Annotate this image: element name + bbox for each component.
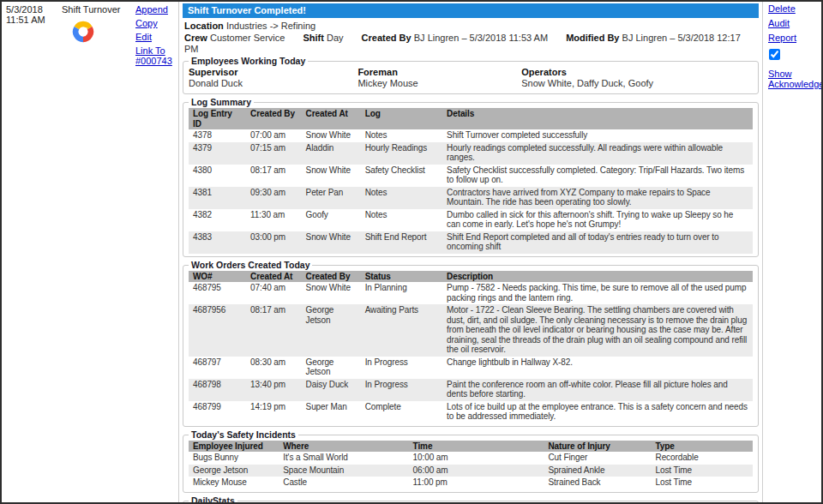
safety-incidents-section: Today's Safety Incidents Employee Injure… (183, 430, 759, 493)
work-orders-table: WO#Created AtCreated ByStatusDescription… (189, 271, 753, 423)
table-row: Bugs BunnyIt's a Small World10:00 amCut … (189, 452, 753, 465)
table-cell: Notes (361, 129, 442, 142)
table-cell: 07:40 am (246, 282, 301, 304)
column-header: Created At (302, 108, 361, 129)
log-summary-section: Log Summary Log Entry IDCreated ByCreate… (183, 98, 759, 257)
operators-value: Snow White, Daffy Duck, Goofy (521, 78, 753, 89)
shift-pair: Shift Day (303, 33, 345, 43)
table-cell: Super Man (302, 401, 361, 423)
column-header: Status (361, 271, 442, 283)
table-cell: Lost Time (652, 477, 753, 489)
entry-detail-panel: Shift Turnover Completed! Location Indus… (178, 2, 763, 502)
crew-label: Crew (184, 33, 207, 43)
table-cell: Snow White (302, 129, 361, 142)
table-cell: Lots of ice build up at the employee ent… (442, 401, 753, 423)
table-cell: 468799 (189, 401, 246, 423)
employees-row: Supervisor Donald Duck Foreman Mickey Mo… (189, 66, 753, 91)
table-cell: Motor - 1722 - Clean Sleeve Bearing. The… (442, 304, 753, 357)
safety-incidents-title: Today's Safety Incidents (189, 430, 298, 440)
edit-link[interactable]: Edit (135, 32, 177, 42)
log-entry-page: 5/3/2018 11:51 AM Shift Turnover Append … (0, 0, 823, 504)
table-row: 46879813:40 pmDaisy DuckIn ProgressPaint… (189, 379, 753, 401)
acknowledge-checkbox[interactable] (769, 49, 780, 60)
table-cell: Dumbo called in sick for this afternoon'… (442, 209, 753, 231)
column-header: Log (361, 108, 442, 129)
table-row: 437907:15 amAladdinHourly ReadingsHourly… (189, 142, 753, 165)
table-row: George JetsonSpace Mountain06:00 amSprai… (189, 465, 753, 477)
column-header: Created At (246, 271, 301, 283)
daily-stats-title: DailyStats (189, 496, 237, 503)
table-row: 46879708:30 amGeorge JetsonIn ProgressCh… (189, 357, 753, 379)
table-cell: George Jetson (189, 465, 279, 477)
location-line: Location Industries -> Refining (184, 21, 759, 32)
report-link[interactable]: Report (768, 33, 820, 43)
link-to-link[interactable]: Link To #000743 (135, 45, 177, 66)
table-cell: Hourly Readings (361, 142, 442, 165)
table-cell: 08:17 am (246, 165, 301, 187)
modified-by-label: Modified By (566, 33, 619, 43)
table-row: 438109:30 amPeter PanNotesContractors ha… (189, 187, 753, 209)
entry-date-column: 5/3/2018 11:51 AM (2, 2, 58, 502)
table-cell: Safety Checklist (361, 165, 442, 187)
show-acknowledgers-link[interactable]: Show Acknowledgers (768, 69, 820, 89)
column-header: Nature of Injury (544, 441, 652, 453)
shift-turnover-icon (70, 19, 96, 45)
table-cell: 09:30 am (246, 187, 301, 209)
table-header-row: Log Entry IDCreated ByCreated AtLogDetai… (189, 108, 753, 129)
supervisor-value: Donald Duck (189, 78, 357, 89)
column-header: Details (442, 108, 753, 129)
table-row: 46879914:19 pmSuper ManCompleteLots of i… (189, 401, 753, 423)
table-cell: Snow White (302, 165, 361, 187)
table-cell: It's a Small World (279, 452, 408, 465)
column-header: Log Entry ID (189, 108, 246, 129)
table-cell: Hourly readings completed successfully. … (442, 142, 753, 165)
append-link[interactable]: Append (135, 4, 177, 15)
table-cell: Mickey Mouse (189, 477, 279, 489)
table-cell: Shift Turnover completed successfully (442, 129, 753, 142)
delete-link[interactable]: Delete (768, 3, 820, 14)
column-header: Where (279, 441, 408, 453)
foreman-block: Foreman Mickey Mouse (357, 67, 521, 89)
table-cell: Notes (361, 209, 442, 231)
table-cell: Goofy (302, 209, 361, 231)
table-cell: Cut Finger (544, 452, 652, 465)
table-cell: Shift End Report completed and all of to… (442, 231, 753, 254)
table-cell: 11:30 am (246, 209, 301, 231)
table-row: 438303:00 pmSnow WhiteShift End ReportSh… (189, 231, 753, 254)
audit-link[interactable]: Audit (768, 18, 820, 28)
table-row: 468795608:17 amGeorge JetsonAwaiting Par… (189, 304, 753, 357)
table-cell: 4383 (189, 231, 246, 254)
table-header-row: WO#Created AtCreated ByStatusDescription (189, 271, 753, 283)
table-cell: 08:17 am (246, 304, 301, 357)
table-cell: Lost Time (652, 465, 753, 477)
table-cell: 03:00 pm (246, 231, 301, 254)
log-summary-table: Log Entry IDCreated ByCreated AtLogDetai… (189, 108, 753, 254)
table-cell: Snow White (302, 231, 361, 254)
meta-line: Crew Customer Service Shift Day Created … (184, 33, 759, 55)
table-row: Mickey MouseCastle11:00 pmStrained BackL… (189, 477, 753, 489)
column-header: Created By (302, 271, 361, 283)
table-cell: 4687956 (189, 304, 246, 357)
table-cell: Complete (361, 401, 442, 423)
table-cell: George Jetson (302, 304, 361, 357)
location-value: Industries -> Refining (226, 21, 315, 31)
table-cell: Daisy Duck (302, 379, 361, 401)
table-row: 438211:30 amGoofyNotesDumbo called in si… (189, 209, 753, 231)
table-cell: Snow White (302, 282, 361, 304)
table-cell: Peter Pan (302, 187, 361, 209)
entry-type-label: Shift Turnover (62, 4, 132, 15)
shift-value: Day (327, 33, 344, 43)
table-cell: 07:00 am (246, 129, 301, 142)
table-cell: In Progress (361, 357, 442, 379)
table-cell: Aladdin (302, 142, 361, 165)
supervisor-block: Supervisor Donald Duck (189, 67, 357, 89)
table-cell: 14:19 pm (246, 401, 301, 423)
table-cell: 468795 (189, 282, 246, 304)
crew-value: Customer Service (210, 33, 285, 43)
table-cell: Contractors have arrived from XYZ Compan… (442, 187, 753, 209)
entry-date: 5/3/2018 11:51 AM (6, 4, 45, 25)
copy-link[interactable]: Copy (135, 18, 177, 28)
table-cell: In Progress (361, 379, 442, 401)
left-actions-column: Append Copy Edit Link To #000743 (134, 2, 178, 502)
table-cell: 4380 (189, 165, 246, 187)
